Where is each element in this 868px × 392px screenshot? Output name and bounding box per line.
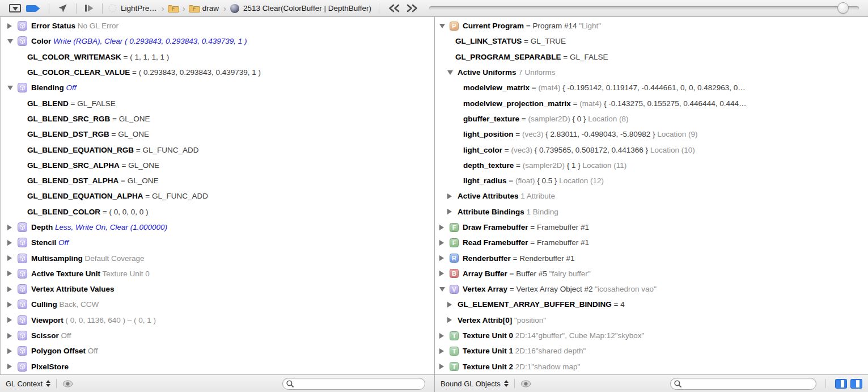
row-text: Draw Framebuffer xyxy=(463,223,528,231)
tree-row[interactable]: Scissor Off xyxy=(1,328,434,343)
disclosure-triangle-icon[interactable] xyxy=(7,255,12,261)
breadcrumb-folder[interactable] xyxy=(167,3,180,13)
disclosure-triangle-icon[interactable] xyxy=(439,225,444,230)
disclosure-triangle-icon[interactable] xyxy=(447,70,453,75)
disclosure-triangle-icon[interactable] xyxy=(447,302,452,307)
tree-row[interactable]: light_radius = (float) { 0.5 } Location … xyxy=(435,173,868,188)
breadcrumb-event-label[interactable]: 2513 Clear(ColorBuffer | DepthBuffer) xyxy=(243,4,371,12)
debug-area-toggle-button[interactable] xyxy=(9,4,21,12)
tree-row[interactable]: TTexture Unit 1 2D:16"shared depth" xyxy=(435,343,868,359)
disclosure-triangle-icon[interactable] xyxy=(7,317,12,323)
disclosure-triangle-icon[interactable] xyxy=(439,24,445,28)
tree-row[interactable]: modelview_projection_matrix = (mat4) { -… xyxy=(435,95,868,111)
tree-row[interactable]: Depth Less, Write On, Clear (1.000000) xyxy=(1,220,434,235)
disclosure-triangle-icon[interactable] xyxy=(7,39,13,44)
breadcrumb-app[interactable]: LightPre… xyxy=(121,4,157,12)
tree-row[interactable]: RRenderbuffer = Renderbuffer #1 xyxy=(435,250,868,265)
tree-row[interactable]: PCurrent Program = Program #14 "Light" xyxy=(435,18,868,33)
disclosure-triangle-icon[interactable] xyxy=(7,286,12,292)
tree-row[interactable]: GL_COLOR_CLEAR_VALUE = ( 0.293843, 0.293… xyxy=(1,65,434,80)
disclosure-triangle-icon[interactable] xyxy=(447,209,452,214)
disclosure-triangle-icon[interactable] xyxy=(439,255,444,261)
tree-row[interactable]: GL_BLEND_DST_ALPHA = GL_ONE xyxy=(1,173,434,188)
split-view-right-button[interactable] xyxy=(850,379,862,389)
tree-row[interactable]: depth_texture = (sampler2D) { 1 } Locati… xyxy=(435,158,868,173)
disclosure-triangle-icon[interactable] xyxy=(7,348,12,354)
search-input[interactable] xyxy=(682,379,811,388)
disclosure-triangle-icon[interactable] xyxy=(439,287,445,292)
disclosure-triangle-icon[interactable] xyxy=(447,317,452,323)
disclosure-triangle-icon[interactable] xyxy=(7,271,12,276)
tree-row[interactable]: gbuffer_texture = (sampler2D) { 0 } Loca… xyxy=(435,111,868,127)
tree-row[interactable]: GL_ELEMENT_ARRAY_BUFFER_BINDING = 4 xyxy=(435,297,868,312)
tree-row[interactable]: Stencil Off xyxy=(1,235,434,250)
disclosure-triangle-icon[interactable] xyxy=(7,240,12,246)
row-text: = xyxy=(571,99,579,108)
tree-row[interactable]: Color Write (RGBA), Clear ( 0.293843, 0.… xyxy=(1,33,434,49)
tree-row[interactable]: TTexture Unit 2 2D:1"shadow map" xyxy=(435,359,868,374)
tree-row[interactable]: GL_BLEND_COLOR = ( 0, 0, 0, 0 ) xyxy=(1,204,434,220)
tree-row[interactable]: Error Status No GL Error xyxy=(1,18,434,33)
disclosure-triangle-icon[interactable] xyxy=(439,364,444,369)
scope-selector-bound-gl-objects[interactable]: Bound GL Objects xyxy=(441,380,509,388)
breakpoint-flag-button[interactable] xyxy=(26,5,41,12)
tree-row[interactable]: VVertex Array = Vertex Array Object #2 "… xyxy=(435,281,868,297)
visibility-eye-button[interactable] xyxy=(62,380,73,387)
tree-row[interactable]: Attribute Bindings 1 Binding xyxy=(435,204,868,220)
row-text: (vec3) xyxy=(511,146,532,154)
tree-row[interactable]: GL_BLEND_DST_RGB = GL_ONE xyxy=(1,127,434,142)
tree-row[interactable]: GL_BLEND_EQUATION_RGB = GL_FUNC_ADD xyxy=(1,142,434,157)
navigate-to-current-button[interactable] xyxy=(57,3,68,14)
tree-row[interactable]: modelview_matrix = (mat4) { -0.195142, 0… xyxy=(435,80,868,95)
split-view-left-button[interactable] xyxy=(835,379,847,389)
tree-row[interactable]: Active Attributes 1 Attribute xyxy=(435,188,868,204)
disclosure-triangle-icon[interactable] xyxy=(439,271,444,276)
tree-row[interactable]: GL_PROGRAM_SEPARABLE = GL_FALSE xyxy=(435,49,868,65)
tree-row[interactable]: GL_BLEND = GL_FALSE xyxy=(1,95,434,111)
tree-row[interactable]: Active Uniforms 7 Uniforms xyxy=(435,65,868,80)
tree-row[interactable]: Culling Back, CCW xyxy=(1,297,434,312)
search-field[interactable] xyxy=(670,378,816,390)
eye-icon xyxy=(520,380,531,387)
step-forward-button[interactable] xyxy=(84,4,94,12)
tree-row[interactable]: Polygon Offset Off xyxy=(1,343,434,359)
tree-row[interactable]: Viewport ( 0, 0, 1136, 640 ) – ( 0, 1 ) xyxy=(1,313,434,328)
frame-scrubber-thumb[interactable] xyxy=(837,2,849,14)
tree-row[interactable]: Active Texture Unit Texture Unit 0 xyxy=(1,266,434,281)
tree-row[interactable]: FRead Framebuffer = Framebuffer #1 xyxy=(435,235,868,250)
tree-row[interactable]: GL_COLOR_WRITEMASK = ( 1, 1, 1, 1 ) xyxy=(1,49,434,65)
frame-scrubber-slider[interactable] xyxy=(429,6,859,10)
row-text: light_radius xyxy=(463,176,507,185)
tree-row[interactable]: Vertex Attrib[0] "position" xyxy=(435,313,868,328)
disclosure-triangle-icon[interactable] xyxy=(7,225,12,230)
tree-row[interactable]: TTexture Unit 0 2D:14"gbuffer", Cube Map… xyxy=(435,328,868,343)
tree-row[interactable]: light_position = (vec3) { 2.83011, -0.49… xyxy=(435,127,868,142)
disclosure-triangle-icon[interactable] xyxy=(7,364,12,369)
tree-row[interactable]: light_color = (vec3) { 0.739565, 0.50817… xyxy=(435,142,868,157)
tree-row[interactable]: GL_LINK_STATUS = GL_TRUE xyxy=(435,33,868,49)
tree-row[interactable]: Blending Off xyxy=(1,80,434,95)
frame-back-button[interactable] xyxy=(387,4,401,12)
visibility-eye-button[interactable] xyxy=(520,380,531,387)
tree-row[interactable]: GL_BLEND_EQUATION_ALPHA = GL_FUNC_ADD xyxy=(1,188,434,204)
tree-row[interactable]: BArray Buffer = Buffer #5 "fairy buffer" xyxy=(435,266,868,281)
disclosure-triangle-icon[interactable] xyxy=(439,240,444,246)
breadcrumb-folder-draw[interactable]: draw xyxy=(188,3,221,13)
disclosure-triangle-icon[interactable] xyxy=(439,348,444,354)
disclosure-triangle-icon[interactable] xyxy=(7,302,12,307)
frame-forward-button[interactable] xyxy=(405,4,419,12)
disclosure-triangle-icon[interactable] xyxy=(7,333,12,339)
disclosure-triangle-icon[interactable] xyxy=(447,193,452,199)
disclosure-triangle-icon[interactable] xyxy=(439,333,444,339)
disclosure-triangle-icon[interactable] xyxy=(7,86,13,90)
tree-row[interactable]: Multisampling Default Coverage xyxy=(1,250,434,265)
disclosure-triangle-icon[interactable] xyxy=(7,23,12,29)
search-input[interactable] xyxy=(294,379,420,388)
scope-selector-gl-context[interactable]: GL Context xyxy=(6,380,50,388)
tree-row[interactable]: PixelStore xyxy=(1,359,434,374)
tree-row[interactable]: FDraw Framebuffer = Framebuffer #1 xyxy=(435,220,868,235)
search-field[interactable] xyxy=(282,378,425,390)
tree-row[interactable]: Vertex Attribute Values xyxy=(1,281,434,297)
tree-row[interactable]: GL_BLEND_SRC_RGB = GL_ONE xyxy=(1,111,434,127)
tree-row[interactable]: GL_BLEND_SRC_ALPHA = GL_ONE xyxy=(1,158,434,173)
